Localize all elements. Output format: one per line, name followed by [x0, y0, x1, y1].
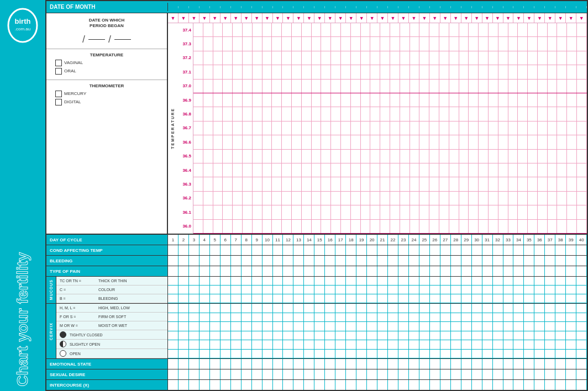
temp-grid-cell[interactable] — [282, 163, 292, 177]
temp-grid-cell[interactable] — [429, 177, 439, 191]
cervix-grid-cell[interactable] — [168, 331, 178, 341]
tracking-cell[interactable] — [409, 245, 419, 255]
temp-grid-cell[interactable] — [518, 65, 528, 78]
tracking-cell[interactable] — [242, 369, 252, 379]
cervix-grid-cell[interactable] — [189, 304, 199, 313]
temp-grid-cell[interactable] — [429, 37, 439, 50]
cervix-grid-cell[interactable] — [356, 340, 366, 350]
cervix-grid-cell[interactable] — [325, 331, 335, 341]
temp-grid-cell[interactable] — [419, 220, 429, 233]
tracking-cell[interactable] — [534, 266, 545, 276]
temp-grid-cell[interactable] — [439, 65, 449, 78]
cervix-grid-cell[interactable] — [493, 304, 503, 313]
tracking-cell[interactable] — [419, 256, 430, 266]
cervix-grid-cell[interactable] — [293, 340, 303, 350]
mucous-grid-cell[interactable] — [513, 277, 523, 286]
temp-grid-cell[interactable] — [223, 65, 233, 78]
temp-grid-cell[interactable] — [508, 37, 518, 50]
temp-grid-cell[interactable] — [459, 93, 469, 107]
temp-grid-cell[interactable] — [312, 37, 322, 50]
temp-grid-cell[interactable] — [498, 107, 508, 120]
temp-grid-cell[interactable] — [567, 37, 577, 50]
temp-grid-cell[interactable] — [233, 163, 243, 177]
cervix-grid-cell[interactable] — [262, 313, 272, 323]
temp-grid-cell[interactable] — [518, 93, 528, 107]
tracking-cell[interactable] — [576, 266, 587, 276]
temp-grid-cell[interactable] — [557, 135, 567, 149]
tracking-cell[interactable] — [293, 359, 304, 369]
tracking-cell[interactable] — [231, 380, 242, 390]
temp-grid-cell[interactable] — [341, 51, 351, 65]
temp-grid-cell[interactable] — [400, 51, 410, 65]
temp-grid-cell[interactable] — [262, 205, 272, 219]
temp-grid-cell[interactable] — [370, 107, 380, 120]
mucous-grid-cell[interactable] — [293, 294, 303, 303]
cervix-grid-cell[interactable] — [576, 304, 586, 313]
temp-grid-cell[interactable] — [282, 220, 292, 233]
temp-grid-cell[interactable] — [203, 51, 213, 65]
temp-grid-cell[interactable] — [193, 220, 203, 233]
temp-grid-cell[interactable] — [400, 192, 410, 205]
temp-grid-cell[interactable] — [538, 220, 548, 233]
cervix-grid-cell[interactable] — [346, 340, 356, 350]
tracking-cell[interactable] — [555, 266, 566, 276]
temp-grid-cell[interactable] — [469, 135, 479, 149]
temp-grid-cell[interactable] — [243, 65, 253, 78]
tracking-cell[interactable] — [524, 369, 534, 379]
tracking-cell[interactable] — [388, 359, 398, 369]
temp-grid-cell[interactable] — [282, 107, 292, 120]
mucous-grid-cell[interactable] — [555, 294, 565, 303]
temp-grid-cell[interactable] — [262, 23, 272, 36]
temp-grid-cell[interactable] — [410, 220, 420, 233]
tracking-cell[interactable] — [472, 359, 482, 369]
tracking-cell[interactable] — [566, 369, 576, 379]
temp-grid-cell[interactable] — [193, 65, 203, 78]
temp-grid-cell[interactable] — [567, 51, 577, 65]
temp-grid-cell[interactable] — [577, 177, 587, 191]
mucous-grid-cell[interactable] — [503, 277, 513, 286]
temp-grid-cell[interactable] — [400, 163, 410, 177]
temp-grid-cell[interactable] — [469, 107, 479, 120]
tracking-cell[interactable] — [472, 245, 482, 255]
cervix-grid-cell[interactable] — [482, 304, 492, 313]
cervix-grid-cell[interactable] — [430, 313, 440, 323]
cervix-grid-cell[interactable] — [221, 304, 230, 313]
temp-grid-cell[interactable] — [508, 80, 518, 93]
tracking-cell[interactable] — [440, 359, 451, 369]
temp-grid-cell[interactable] — [292, 177, 302, 191]
temp-grid-cell[interactable] — [518, 150, 528, 163]
temp-grid-cell[interactable] — [390, 51, 400, 65]
cervix-grid-cell[interactable] — [262, 331, 272, 341]
mucous-grid-cell[interactable] — [179, 286, 188, 294]
tracking-cell[interactable] — [409, 380, 419, 390]
temp-grid-cell[interactable] — [370, 121, 380, 135]
tracking-cell[interactable] — [221, 359, 231, 369]
mucous-grid-cell[interactable] — [356, 286, 366, 294]
temp-grid-cell[interactable] — [380, 65, 390, 78]
temp-grid-cell[interactable] — [193, 51, 203, 65]
temp-grid-cell[interactable] — [331, 205, 341, 219]
mercury-checkbox[interactable] — [55, 91, 62, 97]
temp-grid-cell[interactable] — [370, 51, 380, 65]
cervix-grid-cell[interactable] — [472, 331, 482, 341]
temp-grid-cell[interactable] — [213, 80, 223, 93]
cervix-grid-cell[interactable] — [419, 313, 429, 323]
tracking-cell[interactable] — [346, 266, 356, 276]
temp-grid-cell[interactable] — [567, 205, 577, 219]
cervix-grid-cell[interactable] — [398, 340, 408, 350]
temp-grid-cell[interactable] — [528, 135, 538, 149]
temp-grid-cell[interactable] — [429, 192, 439, 205]
cervix-grid-cell[interactable] — [409, 350, 419, 359]
tracking-cell[interactable] — [534, 359, 545, 369]
cervix-grid-cell[interactable] — [440, 304, 450, 313]
temp-grid-cell[interactable] — [419, 51, 429, 65]
cervix-grid-cell[interactable] — [367, 340, 377, 350]
temp-grid-cell[interactable] — [361, 80, 371, 93]
cervix-grid-cell[interactable] — [293, 304, 303, 313]
mucous-grid-cell[interactable] — [221, 277, 230, 286]
temp-grid-cell[interactable] — [489, 220, 498, 233]
cervix-grid-cell[interactable] — [210, 304, 220, 313]
temp-grid-cell[interactable] — [302, 205, 312, 219]
temp-grid-cell[interactable] — [439, 23, 449, 36]
temp-grid-cell[interactable] — [253, 23, 262, 36]
